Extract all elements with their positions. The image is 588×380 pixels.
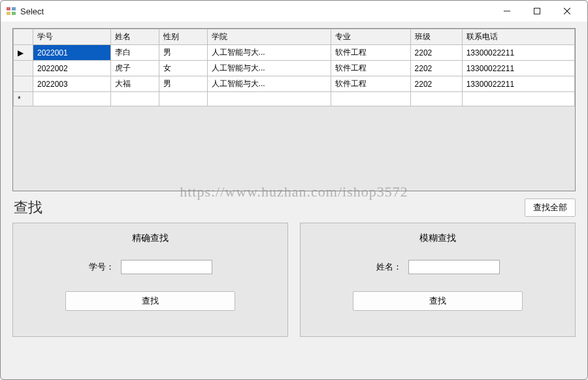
exact-id-input[interactable] <box>121 260 212 274</box>
cell[interactable]: 2022001 <box>33 45 111 61</box>
column-header[interactable]: 性别 <box>159 29 207 45</box>
titlebar: Select <box>1 1 587 22</box>
cell[interactable]: 人工智能与大... <box>207 45 331 61</box>
fuzzy-panel-title: 模糊查找 <box>419 232 456 244</box>
app-icon <box>6 6 16 16</box>
fuzzy-search-panel: 模糊查找 姓名： 查找 <box>300 223 576 337</box>
cell[interactable]: 女 <box>159 61 207 76</box>
cell[interactable] <box>462 92 574 106</box>
cell[interactable] <box>33 92 111 106</box>
cell[interactable] <box>111 92 159 106</box>
row-indicator[interactable] <box>14 61 33 76</box>
search-all-button[interactable]: 查找全部 <box>525 198 576 217</box>
close-button[interactable] <box>552 1 582 21</box>
client-area: 学号姓名性别学院专业班级联系电话▶2022001李白男人工智能与大...软件工程… <box>1 22 587 379</box>
maximize-button[interactable] <box>522 1 552 21</box>
cell[interactable]: 13300022211 <box>462 76 574 92</box>
fuzzy-label: 姓名： <box>376 261 402 273</box>
svg-rect-0 <box>7 7 10 10</box>
cell[interactable]: 大福 <box>111 76 159 92</box>
cell[interactable]: 软件工程 <box>331 76 410 92</box>
fuzzy-form-row: 姓名： <box>376 260 500 274</box>
svg-rect-3 <box>12 12 16 15</box>
svg-rect-5 <box>534 8 540 14</box>
cell[interactable]: 2202 <box>410 45 462 61</box>
row-indicator[interactable] <box>14 76 33 92</box>
row-indicator[interactable]: ▶ <box>14 45 33 61</box>
cell[interactable]: 2022002 <box>33 61 111 76</box>
column-header[interactable]: 班级 <box>410 29 462 45</box>
fuzzy-name-input[interactable] <box>408 260 500 274</box>
cell[interactable] <box>207 92 331 106</box>
column-header[interactable]: 学号 <box>33 29 111 45</box>
exact-form-row: 学号： <box>89 260 212 274</box>
cell[interactable]: 2202 <box>410 76 462 92</box>
exact-panel-title: 精确查找 <box>132 232 169 244</box>
window-controls <box>492 1 582 21</box>
table-row[interactable]: * <box>14 92 575 106</box>
cell[interactable] <box>410 92 462 106</box>
section-header: 查找 查找全部 <box>12 198 576 217</box>
exact-search-button[interactable]: 查找 <box>65 291 235 311</box>
cell[interactable]: 人工智能与大... <box>207 61 331 76</box>
cell[interactable]: 虎子 <box>111 61 159 76</box>
cell[interactable] <box>331 92 410 106</box>
grid-corner[interactable] <box>14 29 33 45</box>
minimize-button[interactable] <box>492 1 522 21</box>
cell[interactable] <box>159 92 207 106</box>
cell[interactable]: 2202 <box>410 61 462 76</box>
datagrid-empty-area <box>13 106 575 185</box>
cell[interactable]: 软件工程 <box>331 45 410 61</box>
fuzzy-search-button[interactable]: 查找 <box>353 291 523 311</box>
cell[interactable]: 人工智能与大... <box>207 76 331 92</box>
column-header[interactable]: 姓名 <box>111 29 159 45</box>
cell[interactable]: 软件工程 <box>331 61 410 76</box>
svg-rect-2 <box>7 12 10 15</box>
column-header[interactable]: 联系电话 <box>462 29 574 45</box>
section-title: 查找 <box>14 198 42 217</box>
window-title: Select <box>20 7 44 16</box>
cell[interactable]: 2022003 <box>33 76 111 92</box>
column-header[interactable]: 学院 <box>207 29 331 45</box>
table-row[interactable]: 2022003大福男人工智能与大...软件工程220213300022211 <box>14 76 575 92</box>
datagrid[interactable]: 学号姓名性别学院专业班级联系电话▶2022001李白男人工智能与大...软件工程… <box>12 28 576 191</box>
cell[interactable]: 李白 <box>111 45 159 61</box>
cell[interactable]: 男 <box>159 45 207 61</box>
exact-search-panel: 精确查找 学号： 查找 <box>12 223 288 337</box>
column-header[interactable]: 专业 <box>331 29 410 45</box>
cell[interactable]: 13300022211 <box>462 61 574 76</box>
exact-label: 学号： <box>89 261 114 273</box>
table-row[interactable]: ▶2022001李白男人工智能与大...软件工程220213300022211 <box>14 45 575 61</box>
cell[interactable]: 13300022211 <box>462 45 574 61</box>
row-indicator[interactable]: * <box>14 92 33 106</box>
panels: 精确查找 学号： 查找 模糊查找 姓名： 查找 <box>12 223 576 337</box>
table-row[interactable]: 2022002虎子女人工智能与大...软件工程220213300022211 <box>14 61 575 76</box>
window: Select 学号姓名性别学院专业班级联系电话▶2022001李白男人工智能与大… <box>0 0 588 380</box>
svg-rect-1 <box>12 7 16 10</box>
cell[interactable]: 男 <box>159 76 207 92</box>
